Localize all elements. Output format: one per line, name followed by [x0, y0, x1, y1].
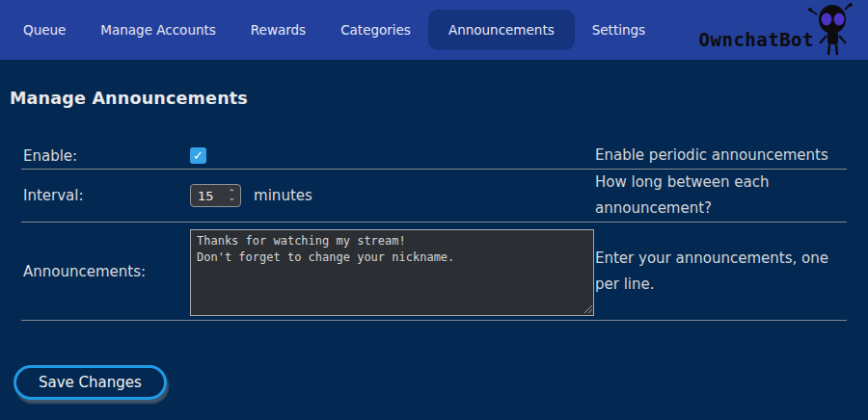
nav-item-announcements-active[interactable]: Announcements [428, 10, 575, 50]
nav-item-rewards[interactable]: Rewards [233, 10, 323, 50]
nav-item-queue[interactable]: Queue [6, 10, 83, 50]
interval-control-cell: 15 ⌃ ⌄ minutes [186, 184, 595, 207]
form-row-enable: Enable: ✓ Enable periodic announcements [21, 143, 847, 170]
brand-logo: OwnchatBot [699, 3, 856, 57]
announcements-help-text: Enter your announcements, one per line. [595, 246, 847, 298]
announcements-textarea[interactable]: Thanks for watching my stream! Don't for… [190, 229, 594, 316]
nav-items: Queue Manage Accounts Rewards Categories… [6, 10, 663, 50]
enable-help-text: Enable periodic announcements [595, 143, 847, 169]
announcements-form: Enable: ✓ Enable periodic announcements … [21, 143, 847, 321]
save-changes-button[interactable]: Save Changes [14, 365, 167, 400]
interval-number-input[interactable]: 15 ⌃ ⌄ [190, 184, 241, 207]
number-spinner[interactable]: ⌃ ⌄ [228, 191, 240, 200]
nav-item-settings[interactable]: Settings [575, 10, 663, 50]
interval-help-text: How long between each announcement? [595, 170, 847, 222]
interval-value: 15 [191, 189, 228, 203]
brand-logo-text: OwnchatBot [699, 28, 814, 50]
navbar: Queue Manage Accounts Rewards Categories… [0, 0, 868, 60]
form-row-interval: Interval: 15 ⌃ ⌄ minutes How long betwee… [21, 170, 847, 223]
checkmark-icon: ✓ [193, 149, 203, 162]
interval-label: Interval: [21, 187, 186, 204]
enable-checkbox[interactable]: ✓ [190, 147, 206, 164]
enable-control-cell: ✓ [186, 147, 595, 164]
spinner-down-icon[interactable]: ⌄ [228, 196, 235, 200]
form-row-announcements: Announcements: Thanks for watching my st… [21, 223, 847, 321]
announcements-control-cell: Thanks for watching my stream! Don't for… [186, 223, 595, 320]
nav-item-categories[interactable]: Categories [323, 10, 428, 50]
announcements-label: Announcements: [21, 263, 186, 280]
page-title: Manage Announcements [10, 89, 868, 108]
interval-unit-label: minutes [254, 187, 312, 204]
enable-label: Enable: [21, 147, 186, 165]
nav-item-manage-accounts[interactable]: Manage Accounts [83, 10, 232, 50]
